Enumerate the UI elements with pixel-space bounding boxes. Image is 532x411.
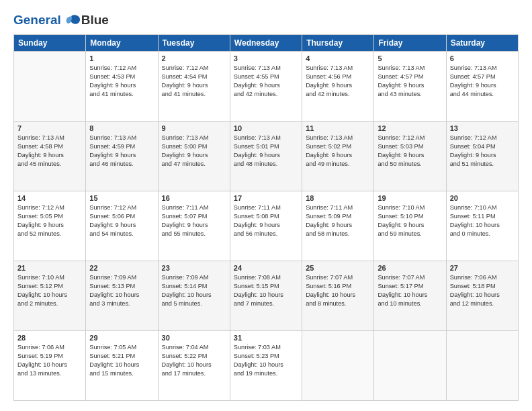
day-info: Sunrise: 7:09 AM Sunset: 5:13 PM Dayligh… [89, 273, 154, 308]
calendar-cell: 12Sunrise: 7:12 AM Sunset: 5:03 PM Dayli… [374, 121, 446, 191]
calendar-cell: 30Sunrise: 7:04 AM Sunset: 5:22 PM Dayli… [158, 330, 230, 400]
day-info: Sunrise: 7:06 AM Sunset: 5:18 PM Dayligh… [450, 273, 515, 308]
calendar-cell: 1Sunrise: 7:12 AM Sunset: 4:53 PM Daylig… [86, 51, 158, 121]
calendar-cell: 17Sunrise: 7:11 AM Sunset: 5:08 PM Dayli… [230, 191, 302, 261]
day-number: 27 [450, 264, 515, 272]
day-number: 9 [162, 124, 226, 132]
calendar-cell: 25Sunrise: 7:07 AM Sunset: 5:16 PM Dayli… [302, 261, 374, 330]
calendar-week-row: 21Sunrise: 7:10 AM Sunset: 5:12 PM Dayli… [14, 261, 519, 330]
day-info: Sunrise: 7:11 AM Sunset: 5:08 PM Dayligh… [234, 203, 298, 238]
day-number: 22 [89, 264, 154, 272]
day-number: 12 [378, 124, 442, 132]
calendar-cell: 9Sunrise: 7:13 AM Sunset: 5:00 PM Daylig… [158, 121, 230, 191]
day-number: 19 [378, 194, 442, 202]
calendar-cell: 13Sunrise: 7:12 AM Sunset: 5:04 PM Dayli… [446, 121, 518, 191]
day-number: 20 [450, 194, 515, 202]
day-number: 1 [89, 54, 154, 62]
day-info: Sunrise: 7:11 AM Sunset: 5:09 PM Dayligh… [306, 203, 370, 238]
day-info: Sunrise: 7:13 AM Sunset: 4:59 PM Dayligh… [89, 134, 154, 169]
calendar-cell: 6Sunrise: 7:13 AM Sunset: 4:57 PM Daylig… [446, 51, 518, 121]
day-number: 29 [89, 334, 154, 342]
day-info: Sunrise: 7:10 AM Sunset: 5:10 PM Dayligh… [378, 203, 442, 238]
day-info: Sunrise: 7:09 AM Sunset: 5:14 PM Dayligh… [162, 273, 226, 308]
calendar-cell [374, 330, 446, 400]
calendar-week-row: 28Sunrise: 7:06 AM Sunset: 5:19 PM Dayli… [14, 330, 519, 400]
day-info: Sunrise: 7:13 AM Sunset: 4:58 PM Dayligh… [17, 134, 82, 169]
logo-bird-icon [62, 14, 81, 28]
weekday-header-wednesday: Wednesday [230, 34, 302, 51]
day-number: 31 [234, 334, 298, 342]
day-number: 21 [17, 264, 82, 272]
day-number: 16 [162, 194, 226, 202]
day-number: 24 [234, 264, 298, 272]
day-number: 5 [378, 54, 442, 62]
day-info: Sunrise: 7:12 AM Sunset: 5:06 PM Dayligh… [89, 203, 154, 238]
day-number: 7 [17, 124, 82, 132]
day-number: 28 [17, 334, 82, 342]
calendar-cell: 22Sunrise: 7:09 AM Sunset: 5:13 PM Dayli… [86, 261, 158, 330]
day-info: Sunrise: 7:12 AM Sunset: 5:03 PM Dayligh… [378, 134, 442, 169]
day-info: Sunrise: 7:12 AM Sunset: 5:05 PM Dayligh… [17, 203, 82, 238]
weekday-header-saturday: Saturday [446, 34, 518, 51]
calendar-cell: 3Sunrise: 7:13 AM Sunset: 4:55 PM Daylig… [230, 51, 302, 121]
calendar-cell: 2Sunrise: 7:12 AM Sunset: 4:54 PM Daylig… [158, 51, 230, 121]
weekday-header-friday: Friday [374, 34, 446, 51]
calendar-cell [14, 51, 86, 121]
weekday-header-monday: Monday [86, 34, 158, 51]
day-info: Sunrise: 7:03 AM Sunset: 5:23 PM Dayligh… [234, 343, 298, 378]
day-number: 26 [378, 264, 442, 272]
day-info: Sunrise: 7:06 AM Sunset: 5:19 PM Dayligh… [17, 343, 82, 378]
calendar-cell: 24Sunrise: 7:08 AM Sunset: 5:15 PM Dayli… [230, 261, 302, 330]
day-info: Sunrise: 7:13 AM Sunset: 4:55 PM Dayligh… [234, 64, 298, 99]
calendar-week-row: 1Sunrise: 7:12 AM Sunset: 4:53 PM Daylig… [14, 51, 519, 121]
day-info: Sunrise: 7:07 AM Sunset: 5:16 PM Dayligh… [306, 273, 370, 308]
calendar-cell: 5Sunrise: 7:13 AM Sunset: 4:57 PM Daylig… [374, 51, 446, 121]
day-number: 8 [89, 124, 154, 132]
day-info: Sunrise: 7:12 AM Sunset: 5:04 PM Dayligh… [450, 134, 515, 169]
day-number: 2 [162, 54, 226, 62]
day-number: 18 [306, 194, 370, 202]
calendar-cell: 29Sunrise: 7:05 AM Sunset: 5:21 PM Dayli… [86, 330, 158, 400]
calendar-cell: 16Sunrise: 7:11 AM Sunset: 5:07 PM Dayli… [158, 191, 230, 261]
calendar-cell: 23Sunrise: 7:09 AM Sunset: 5:14 PM Dayli… [158, 261, 230, 330]
day-info: Sunrise: 7:13 AM Sunset: 4:57 PM Dayligh… [378, 64, 442, 99]
calendar-cell: 10Sunrise: 7:13 AM Sunset: 5:01 PM Dayli… [230, 121, 302, 191]
day-info: Sunrise: 7:10 AM Sunset: 5:11 PM Dayligh… [450, 203, 515, 238]
weekday-header-thursday: Thursday [302, 34, 374, 51]
calendar-cell: 14Sunrise: 7:12 AM Sunset: 5:05 PM Dayli… [14, 191, 86, 261]
day-number: 14 [17, 194, 82, 202]
header: General Blue [13, 13, 519, 28]
day-number: 23 [162, 264, 226, 272]
calendar-cell: 11Sunrise: 7:13 AM Sunset: 5:02 PM Dayli… [302, 121, 374, 191]
day-info: Sunrise: 7:12 AM Sunset: 4:53 PM Dayligh… [89, 64, 154, 99]
day-info: Sunrise: 7:07 AM Sunset: 5:17 PM Dayligh… [378, 273, 442, 308]
day-info: Sunrise: 7:13 AM Sunset: 5:00 PM Dayligh… [162, 134, 226, 169]
calendar-cell [446, 330, 518, 400]
weekday-header-tuesday: Tuesday [158, 34, 230, 51]
calendar-cell: 26Sunrise: 7:07 AM Sunset: 5:17 PM Dayli… [374, 261, 446, 330]
day-number: 13 [450, 124, 515, 132]
day-info: Sunrise: 7:13 AM Sunset: 4:57 PM Dayligh… [450, 64, 515, 99]
weekday-header-row: SundayMondayTuesdayWednesdayThursdayFrid… [14, 34, 519, 51]
calendar-cell [302, 330, 374, 400]
day-number: 25 [306, 264, 370, 272]
calendar-cell: 21Sunrise: 7:10 AM Sunset: 5:12 PM Dayli… [14, 261, 86, 330]
day-info: Sunrise: 7:12 AM Sunset: 4:54 PM Dayligh… [162, 64, 226, 99]
calendar-cell: 7Sunrise: 7:13 AM Sunset: 4:58 PM Daylig… [14, 121, 86, 191]
calendar-cell: 15Sunrise: 7:12 AM Sunset: 5:06 PM Dayli… [86, 191, 158, 261]
calendar-cell: 18Sunrise: 7:11 AM Sunset: 5:09 PM Dayli… [302, 191, 374, 261]
calendar-week-row: 7Sunrise: 7:13 AM Sunset: 4:58 PM Daylig… [14, 121, 519, 191]
day-number: 11 [306, 124, 370, 132]
day-number: 17 [234, 194, 298, 202]
day-number: 30 [162, 334, 226, 342]
logo: General Blue [13, 13, 109, 28]
calendar-week-row: 14Sunrise: 7:12 AM Sunset: 5:05 PM Dayli… [14, 191, 519, 261]
calendar: SundayMondayTuesdayWednesdayThursdayFrid… [13, 34, 519, 401]
weekday-header-sunday: Sunday [14, 34, 86, 51]
day-info: Sunrise: 7:10 AM Sunset: 5:12 PM Dayligh… [17, 273, 82, 308]
calendar-cell: 31Sunrise: 7:03 AM Sunset: 5:23 PM Dayli… [230, 330, 302, 400]
calendar-cell: 8Sunrise: 7:13 AM Sunset: 4:59 PM Daylig… [86, 121, 158, 191]
day-info: Sunrise: 7:05 AM Sunset: 5:21 PM Dayligh… [89, 343, 154, 378]
calendar-cell: 19Sunrise: 7:10 AM Sunset: 5:10 PM Dayli… [374, 191, 446, 261]
day-number: 3 [234, 54, 298, 62]
